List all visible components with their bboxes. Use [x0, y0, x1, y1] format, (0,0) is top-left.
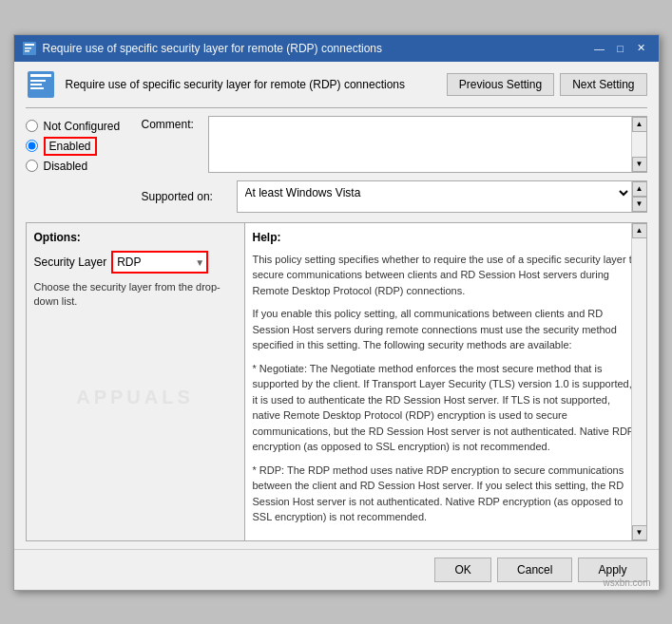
comment-section: Comment: ▲ ▼ — [142, 116, 647, 173]
options-title: Options: — [34, 231, 237, 244]
supported-scroll-down[interactable]: ▼ — [632, 197, 647, 212]
security-layer-select-wrapper: Negotiate RDP SSL ▼ — [112, 252, 207, 273]
disabled-radio[interactable] — [26, 160, 38, 172]
not-configured-label: Not Configured — [44, 120, 121, 133]
maximize-button[interactable]: □ — [611, 40, 630, 57]
svg-rect-1 — [25, 44, 34, 46]
main-window: Require use of specific security layer f… — [13, 34, 660, 591]
svg-rect-7 — [30, 84, 42, 85]
help-scrollbar[interactable]: ▲ ▼ — [631, 223, 646, 540]
comment-scroll-track — [632, 132, 646, 157]
previous-setting-button[interactable]: Previous Setting — [447, 73, 554, 96]
bottom-watermark: wsxbn.com — [603, 577, 650, 588]
radio-section: Not Configured Enabled Disabled — [26, 116, 130, 213]
security-layer-label: Security Layer — [34, 255, 107, 269]
svg-rect-8 — [30, 87, 44, 89]
disabled-row: Disabled — [26, 160, 130, 173]
footer: OK Cancel Apply wsxbn.com — [14, 549, 659, 590]
help-scroll-down[interactable]: ▼ — [632, 525, 646, 540]
header-policy-icon — [26, 69, 56, 100]
help-paragraph-2: If you enable this policy setting, all c… — [253, 306, 639, 353]
help-title: Help: — [253, 231, 639, 244]
comment-textarea[interactable] — [209, 117, 631, 172]
comment-label: Comment: — [142, 118, 199, 131]
security-layer-select[interactable]: Negotiate RDP SSL — [112, 252, 207, 273]
help-panel: Help: This policy setting specifies whet… — [245, 223, 646, 540]
help-paragraph-3: * Negotiate: The Negotiate method enforc… — [253, 361, 639, 455]
next-setting-button[interactable]: Next Setting — [560, 73, 646, 96]
help-scroll-up[interactable]: ▲ — [632, 223, 646, 238]
svg-rect-5 — [30, 74, 51, 77]
help-scroll-track — [632, 238, 646, 525]
cancel-button[interactable]: Cancel — [497, 558, 572, 582]
comment-scrollbar[interactable]: ▲ ▼ — [631, 117, 646, 172]
minimize-button[interactable]: — — [590, 40, 609, 57]
supported-scrollbar[interactable]: ▲ ▼ — [631, 181, 646, 212]
supported-select-container: At least Windows Vista ▲ ▼ — [237, 180, 647, 213]
header-section: Require use of specific security layer f… — [26, 69, 647, 108]
close-button[interactable]: ✕ — [632, 40, 651, 57]
header-nav-buttons: Previous Setting Next Setting — [447, 73, 647, 96]
svg-rect-3 — [25, 50, 29, 52]
options-help-panel: Options: Security Layer Negotiate RDP SS… — [26, 222, 647, 541]
options-help-container: Options: Security Layer Negotiate RDP SS… — [26, 220, 647, 541]
svg-rect-6 — [30, 80, 46, 82]
supported-scroll-up[interactable]: ▲ — [632, 181, 647, 197]
comment-field-container: ▲ ▼ — [208, 116, 647, 173]
supported-section: Supported on: At least Windows Vista ▲ ▼ — [142, 180, 647, 213]
svg-rect-2 — [25, 47, 31, 49]
not-configured-row: Not Configured — [26, 120, 130, 133]
title-bar-text: Require use of specific security layer f… — [43, 42, 585, 55]
help-text-content: This policy setting specifies whether to… — [253, 252, 639, 525]
security-layer-row: Security Layer Negotiate RDP SSL ▼ — [34, 252, 237, 273]
help-paragraph-4: * RDP: The RDP method uses native RDP en… — [253, 463, 639, 525]
enabled-radio[interactable] — [26, 140, 38, 152]
options-description: Choose the security layer from the drop-… — [34, 280, 237, 310]
help-paragraph-1: This policy setting specifies whether to… — [253, 252, 639, 299]
comment-scroll-down[interactable]: ▼ — [632, 157, 647, 172]
header-description: Require use of specific security layer f… — [66, 78, 437, 91]
enabled-row: Enabled — [26, 137, 130, 156]
enabled-label: Enabled — [44, 137, 97, 156]
comment-scroll-up[interactable]: ▲ — [632, 117, 647, 132]
window-icon — [22, 41, 37, 56]
options-panel: Options: Security Layer Negotiate RDP SS… — [27, 223, 245, 540]
supported-label: Supported on: — [142, 190, 227, 203]
disabled-label: Disabled — [44, 160, 88, 173]
not-configured-radio[interactable] — [26, 120, 38, 132]
ok-button[interactable]: OK — [434, 558, 491, 582]
watermark: APPUALS — [76, 387, 194, 408]
supported-select[interactable]: At least Windows Vista — [238, 181, 631, 204]
title-bar: Require use of specific security layer f… — [14, 35, 659, 62]
title-bar-controls: — □ ✕ — [590, 40, 651, 57]
